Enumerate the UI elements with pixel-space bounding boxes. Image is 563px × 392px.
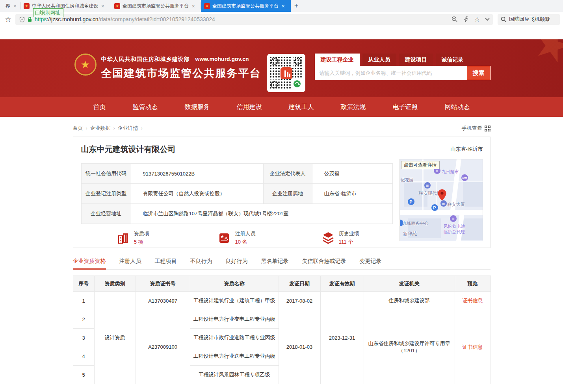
breadcrumb: 首页 › 企业数据 › 企业详情 › 手机查看 bbox=[73, 125, 491, 132]
qr-small-icon[interactable] bbox=[485, 126, 491, 131]
reg-place-label: 企业注册属地 bbox=[263, 184, 312, 204]
building-poi-icon: ▦ bbox=[424, 182, 431, 189]
company-name: 山东中元建筑设计有限公司 bbox=[81, 144, 483, 155]
stat-history-performance[interactable]: 历史业绩 111 个 bbox=[288, 230, 392, 246]
shield-icon[interactable] bbox=[19, 17, 25, 22]
star-decoration bbox=[530, 39, 563, 68]
table-row: 2 A237009100 工程设计电力行业变电工程专业丙级 2018-01-03… bbox=[73, 310, 491, 329]
certificate-info-link[interactable]: 证书信息 bbox=[455, 310, 491, 384]
nav-item-workers[interactable]: 建筑工人 bbox=[289, 103, 314, 111]
stat-qualifications[interactable]: 资质项 5 项 bbox=[81, 230, 185, 246]
reg-place-value: 山东省-临沂市 bbox=[312, 184, 392, 204]
stat-value: 10 名 bbox=[235, 239, 255, 246]
browser-tab-strip: 界 × ★ 中华人民共和国住房和城乡建设 × ★ 全国建筑市场监管公共服务平台 … bbox=[0, 0, 563, 12]
map-road bbox=[400, 210, 483, 215]
browser-tab-2[interactable]: ★ 全国建筑市场监管公共服务平台 × bbox=[111, 0, 201, 12]
search-icon bbox=[501, 17, 507, 22]
seq-cell: 1 bbox=[73, 292, 94, 310]
search-tab-credit[interactable]: 诚信记录 bbox=[436, 54, 470, 66]
company-stats: 资质项 5 项 注册人员 10 名 历史业绩 111 个 bbox=[81, 230, 392, 246]
quick-search-box[interactable]: 国航回应飞机颠簸 bbox=[498, 14, 560, 25]
nav-item-supervision[interactable]: 监管动态 bbox=[133, 103, 158, 111]
new-tab-button[interactable]: + bbox=[291, 0, 302, 12]
mobile-view-label[interactable]: 手机查看 bbox=[462, 125, 482, 132]
col-cert-no: 资质证书号 bbox=[136, 276, 190, 292]
breadcrumb-home[interactable]: 首页 bbox=[73, 125, 83, 132]
national-emblem-logo: ★ bbox=[74, 54, 97, 76]
seq-cell: 2 bbox=[73, 310, 94, 329]
chevron-down-icon[interactable] bbox=[485, 16, 489, 20]
tab-change-records[interactable]: 变更记录 bbox=[360, 258, 382, 269]
legal-rep-label: 企业法定代表人 bbox=[263, 164, 312, 184]
seq-cell: 4 bbox=[73, 347, 94, 366]
tab-bad-behavior[interactable]: 不良行为 bbox=[190, 258, 212, 269]
search-tab-enterprise[interactable]: 建设工程企业 bbox=[315, 54, 360, 66]
bookmark-star-icon[interactable]: ☆ bbox=[5, 15, 11, 24]
site-header: ★ 中华人民共和国住房和城乡建设部www.mohurd.gov.cn 全国建筑市… bbox=[0, 39, 563, 97]
lock-icon bbox=[28, 17, 32, 22]
nav-item-data-service[interactable]: 数据服务 bbox=[185, 103, 210, 111]
breadcrumb-separator: › bbox=[86, 126, 87, 131]
close-icon[interactable]: × bbox=[101, 3, 104, 9]
tab-title: 全国建筑市场监管公共服务平台 bbox=[212, 3, 279, 9]
url-path: /data/company/detail?id=0021052912405330… bbox=[98, 16, 452, 22]
search-button[interactable]: 搜索 bbox=[466, 66, 491, 80]
close-icon[interactable]: × bbox=[13, 3, 17, 9]
address-bar[interactable]: https://jzsc.mohurd.gov.cn/data/company/… bbox=[15, 14, 493, 25]
site-favicon-icon: ★ bbox=[204, 3, 210, 9]
tab-qualifications[interactable]: 企业资质资格 bbox=[73, 258, 106, 269]
qr-code bbox=[267, 54, 305, 92]
nav-item-site-news[interactable]: 网站动态 bbox=[445, 103, 470, 111]
tab-title: 界 bbox=[6, 3, 10, 9]
map-pin-icon bbox=[438, 189, 446, 201]
nav-item-home[interactable]: 首页 bbox=[93, 103, 106, 111]
stat-label: 资质项 bbox=[134, 230, 149, 237]
site-favicon-icon: ★ bbox=[24, 3, 30, 9]
close-icon[interactable]: × bbox=[282, 3, 285, 9]
issuer-cell: 住房和城乡建设部 bbox=[364, 292, 455, 310]
tab-good-behavior[interactable]: 良好行为 bbox=[226, 258, 248, 269]
breadcrumb-company-data[interactable]: 企业数据 bbox=[90, 125, 111, 132]
favorite-star-icon[interactable]: ☆ bbox=[474, 16, 480, 23]
stat-registered-personnel[interactable]: 注册人员 10 名 bbox=[185, 230, 288, 246]
nav-item-e-cert[interactable]: 电子证照 bbox=[393, 103, 418, 111]
issue-date-cell: 2018-01-03 bbox=[279, 310, 320, 384]
company-region: 山东省-临沂市 bbox=[450, 146, 483, 153]
nav-item-policy[interactable]: 政策法规 bbox=[341, 103, 366, 111]
certificate-info-link[interactable]: 证书信息 bbox=[455, 292, 491, 310]
breadcrumb-company-detail[interactable]: 企业详情 bbox=[118, 125, 138, 132]
reg-type-label: 企业登记注册类型 bbox=[81, 184, 131, 204]
tab-blacklist[interactable]: 黑名单记录 bbox=[261, 258, 289, 269]
location-map[interactable]: 点击可查看详情 ▤ 九州超市 ATM 记花园 ▦ 联安现代城 ▦ 联安大厦 P … bbox=[399, 159, 483, 241]
stat-label: 历史业绩 bbox=[339, 230, 359, 237]
credit-code-label: 统一社会信用代码 bbox=[81, 164, 131, 184]
copy-url-tooltip[interactable]: 复制网址 bbox=[33, 8, 63, 17]
qualification-table: 序号 资质类别 资质证书号 资质名称 发证日期 发证有效期 发证机关 预览 1 … bbox=[73, 276, 491, 384]
issue-date-cell: 2017-08-02 bbox=[279, 292, 320, 310]
lightning-icon[interactable] bbox=[464, 16, 468, 22]
tab-registered-personnel[interactable]: 注册人员 bbox=[119, 258, 141, 269]
browser-tab-active[interactable]: ★ 全国建筑市场监管公共服务平台 × bbox=[201, 0, 291, 12]
col-name: 资质名称 bbox=[190, 276, 279, 292]
cert-no-cell: A237009100 bbox=[136, 310, 190, 384]
seq-cell: 3 bbox=[73, 329, 94, 347]
tab-dishonesty-records[interactable]: 失信联合惩戒记录 bbox=[302, 258, 346, 269]
zoom-out-icon[interactable] bbox=[452, 16, 458, 22]
map-label-lianan-tower: 联安大厦 bbox=[448, 202, 465, 207]
qual-name-cell: 工程设计电力行业变电工程专业丙级 bbox=[190, 310, 279, 329]
search-tab-personnel[interactable]: 从业人员 bbox=[362, 54, 396, 66]
site-favicon-icon: ★ bbox=[114, 3, 120, 9]
ministry-name: 中华人民共和国住房和城乡建设部 bbox=[101, 56, 190, 62]
col-preview: 预览 bbox=[455, 276, 491, 292]
browser-tab-partial[interactable]: 界 × bbox=[0, 0, 20, 12]
col-seq: 序号 bbox=[73, 276, 94, 292]
legal-rep-value: 公茂福 bbox=[312, 164, 392, 184]
tab-projects[interactable]: 工程项目 bbox=[155, 258, 177, 269]
search-tab-project[interactable]: 建设项目 bbox=[399, 54, 433, 66]
nav-item-credit[interactable]: 信用建设 bbox=[237, 103, 262, 111]
keyword-search-input[interactable] bbox=[315, 66, 466, 80]
col-issuer: 发证机关 bbox=[364, 276, 455, 292]
reg-type-value: 有限责任公司（自然人投资或控股） bbox=[131, 184, 263, 204]
map-label-garden: 记花园 bbox=[401, 177, 414, 183]
close-icon[interactable]: × bbox=[192, 3, 195, 9]
